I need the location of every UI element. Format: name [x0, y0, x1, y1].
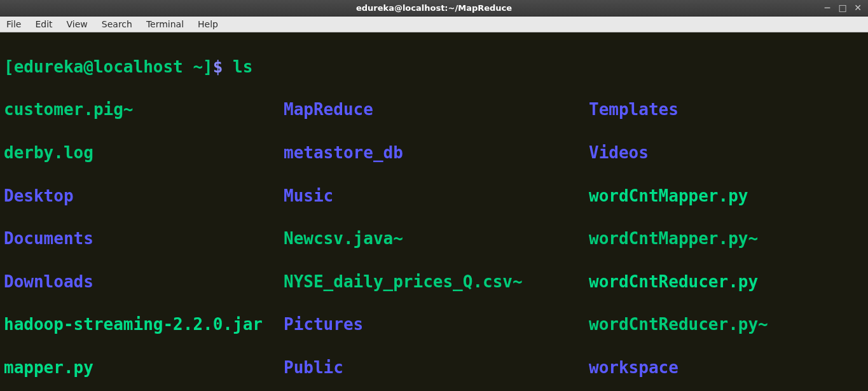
command: ls [233, 57, 252, 78]
ls-entry: Templates [589, 99, 864, 121]
menu-search[interactable]: Search [99, 18, 135, 30]
ls-entry: MapReduce [284, 99, 589, 121]
ls-entry: Public [284, 357, 589, 379]
window-controls: ─ □ ✕ [822, 3, 863, 13]
ls-entry: Desktop [4, 186, 284, 207]
menu-bar: File Edit View Search Terminal Help [0, 17, 868, 32]
ls-entry: derby.log [4, 142, 284, 164]
ls-entry: Pictures [284, 314, 589, 336]
ls-entry: Music [284, 186, 589, 207]
ls-entry: hadoop-streaming-2.2.0.jar [4, 314, 284, 336]
ls-entry: customer.pig~ [4, 99, 284, 121]
ls-entry: Downloads [4, 271, 284, 293]
ls-entry: Newcsv.java~ [284, 228, 589, 250]
window-titlebar: edureka@localhost:~/MapReduce ─ □ ✕ [0, 0, 868, 17]
prompt-dollar: $ [213, 57, 233, 78]
maximize-icon[interactable]: □ [837, 3, 848, 13]
terminal-output[interactable]: [edureka@localhost ~]$ ls customer.pig~M… [0, 32, 868, 391]
ls-entry: wordCntReducer.py~ [589, 314, 864, 336]
ls-entry: metastore_db [284, 142, 589, 164]
ls-entry: workspace [589, 357, 864, 379]
ls-entry: wordCntMapper.py [589, 186, 864, 207]
ls-entry: Documents [4, 228, 284, 250]
menu-help[interactable]: Help [195, 18, 221, 30]
prompt: [edureka@localhost ~] [4, 57, 213, 78]
menu-terminal[interactable]: Terminal [144, 18, 186, 30]
ls-entry: Videos [589, 142, 864, 164]
menu-file[interactable]: File [4, 18, 24, 30]
ls-entry: NYSE_daily_prices_Q.csv~ [284, 271, 589, 293]
menu-view[interactable]: View [64, 18, 90, 30]
minimize-icon[interactable]: ─ [822, 3, 832, 13]
menu-edit[interactable]: Edit [32, 18, 55, 30]
ls-entry: wordCntMapper.py~ [589, 228, 864, 250]
ls-entry: wordCntReducer.py [589, 271, 864, 293]
ls-entry: mapper.py [4, 357, 284, 379]
window-title: edureka@localhost:~/MapReduce [356, 3, 512, 13]
close-icon[interactable]: ✕ [853, 3, 863, 13]
